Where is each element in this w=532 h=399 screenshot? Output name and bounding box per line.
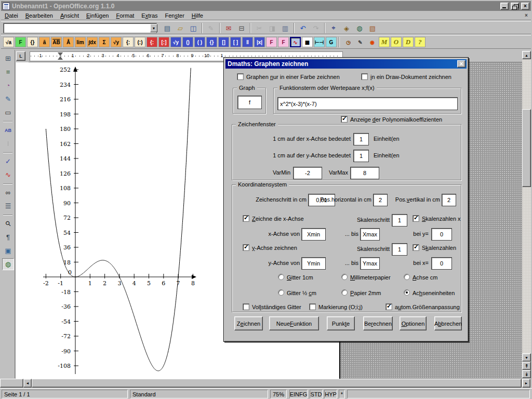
function-f-icon[interactable]: F [15,37,26,47]
varmax-field[interactable]: 8 [350,167,379,179]
scroll-up-icon[interactable]: ▲ [522,51,531,59]
segment-ab-icon[interactable]: AB [51,37,62,47]
graphics-toggle-icon[interactable]: ▣ [2,245,14,257]
close-button[interactable]: × [521,3,529,10]
optionen-button[interactable]: Optionen [400,316,427,330]
new-document-icon[interactable]: ▤ [161,22,174,34]
y-to-field[interactable]: Ymax [360,257,380,270]
red-brace-icon[interactable]: {: [147,37,157,47]
gallery-icon[interactable]: ▧ [366,22,379,34]
vertical-scrollbar-thumb[interactable] [522,109,531,187]
find-replace-icon[interactable]: ∞ [2,187,14,198]
dmaths-help-icon[interactable]: ? [415,37,425,47]
app-icon[interactable] [3,3,10,10]
radio-papier-2mm[interactable]: Papier 2mm [341,289,381,296]
grid-icon[interactable]: ▦ [302,37,313,47]
brackets-small-icon[interactable]: [] [218,37,229,47]
save-icon[interactable]: ◫ [187,22,200,34]
checkbox-one-color[interactable]: Graphen nur in einer Farbe zeichnen [237,73,340,80]
norm-icon[interactable]: ‖ [242,37,253,47]
skalenschritt-y-field[interactable]: 1 [392,243,407,256]
status-page[interactable]: Seite 1 / 1 [2,390,128,398]
vector-icon[interactable]: ā [39,37,50,47]
close-document-icon[interactable]: × [523,12,530,19]
checkbox-draw-x-axis[interactable]: Zeichne die x-Achse [243,215,304,222]
braces-icon[interactable]: {} [27,37,38,47]
abbrechen-button[interactable]: Abbrechen [434,316,462,330]
checkbox-skalenzahlen-y[interactable]: Skalenzahlen [413,244,456,251]
pink-f-icon[interactable]: F [266,37,277,47]
window-titlebar[interactable]: Unbenannt1 - OpenOffice.org 1.1.0 × [1,1,531,11]
checkbox-polynomial-coefficients[interactable]: Anzeige der Polynomialkoeffizienten [341,116,442,123]
radio-millimeterpapier[interactable]: Millimeterpapier [341,274,391,281]
integral-icon[interactable]: ∫dx [87,37,98,47]
paren-colon-icon[interactable]: (:) [135,37,145,47]
url-combobox[interactable]: ▼ [3,23,157,33]
compass-icon[interactable]: ◷ [343,37,354,47]
autotext-icon[interactable]: AB [2,124,14,136]
berechnen-button[interactable]: Berechnen [363,316,393,330]
navigator-icon[interactable]: ⌖ [327,22,340,34]
online-layout-icon[interactable]: ◍ [2,258,14,270]
menu-einfuegen[interactable]: Einfügen [83,12,112,19]
pink-f-cursor-icon[interactable]: F [278,37,289,47]
zeichnen-button[interactable]: Zeichnen [234,316,263,330]
limit-icon[interactable]: lim [75,37,86,47]
signature-icon[interactable]: ✎ [355,37,366,47]
print-icon[interactable]: ⊟ [235,22,248,34]
dialog-titlebar[interactable]: Dmaths: Graphen zeichnen × [225,59,467,69]
bei-y-field[interactable]: 0 [431,228,452,241]
paste-icon[interactable]: ▥ [279,22,291,34]
brace-colon-icon[interactable]: {: [123,37,134,47]
menu-datei[interactable]: Datei [1,12,22,19]
y-from-field[interactable]: Ymin [301,257,326,270]
function-term-field[interactable]: x^2*(x-3)*(x-7) [277,97,458,110]
geometry-g-icon[interactable]: G [326,37,337,47]
vertical-scrollbar[interactable]: ▲ ▼ ↟ ↡ [522,51,531,378]
neue-funktion-button[interactable]: Neue Funktion [269,316,319,330]
dialog-close-icon[interactable]: × [457,60,466,68]
angle-icon[interactable]: Â [63,37,74,47]
horizontal-scrollbar-thumb[interactable] [32,379,522,388]
spiral-icon[interactable]: ◉ [367,37,378,47]
sum-icon[interactable]: Σ [99,37,110,47]
blue-braces-icon[interactable]: {} [206,37,217,47]
status-hyperlink-mode[interactable]: HYP [324,390,337,398]
pos-vertikal-field[interactable]: 2 [442,194,456,206]
punkte-button[interactable]: Punkte [327,316,355,330]
maths-d-icon[interactable]: D [403,37,414,47]
hyperlink-icon[interactable]: ◍ [353,22,366,34]
menu-bearbeiten[interactable]: Bearbeiten [22,12,57,19]
insert-object-icon[interactable]: ◔ [2,79,14,91]
radio-gitter-halb-cm[interactable]: Gitter ½ cm [278,289,316,296]
autospellcheck-icon[interactable]: ∿ [2,169,14,181]
brackets-icon[interactable]: [ ] [230,37,241,47]
x-from-field[interactable]: Xmin [301,228,326,241]
menu-format[interactable]: Format [112,12,138,19]
scroll-left-icon[interactable]: ◄ [23,379,32,388]
status-insert-mode[interactable]: EINFG [289,390,308,398]
skalenschritt-x-field[interactable]: 1 [392,214,407,227]
data-sources-icon[interactable]: ☰ [2,200,14,212]
previous-page-icon[interactable]: ↟ [522,362,531,370]
abs-icon[interactable]: |x| [254,37,265,47]
axes-icon[interactable]: ⊢⊣ [314,37,325,47]
mail-document-icon[interactable]: ✉ [222,22,235,34]
red-bracket-icon[interactable]: [:] [158,37,169,47]
varmin-field[interactable]: -2 [293,167,322,179]
checkbox-markierung[interactable]: Markierung (O;i;j) [309,303,363,310]
checkbox-autosize[interactable]: autom.Größenanpassung [385,303,460,310]
graph-window-icon[interactable]: ∿ [290,37,301,47]
form-icon[interactable]: ▭ [2,107,14,118]
parens-icon[interactable]: ( ) [194,37,205,47]
pos-horizontal-field[interactable]: 2 [373,194,388,206]
root-y-icon[interactable]: √y [111,37,122,47]
maths-o-icon[interactable]: O [391,37,402,47]
checkbox-vollstaendiges-gitter[interactable]: Vollständiges Gitter [243,303,301,310]
horizontal-scrollbar[interactable]: ◄ ► [23,379,531,388]
minimize-button[interactable] [500,3,509,10]
nonprinting-chars-icon[interactable]: ¶ [2,231,14,243]
graph-name-field[interactable]: f [237,96,262,109]
next-page-icon[interactable]: ↡ [522,370,531,378]
combobox-dropdown-icon[interactable]: ▼ [150,24,157,32]
